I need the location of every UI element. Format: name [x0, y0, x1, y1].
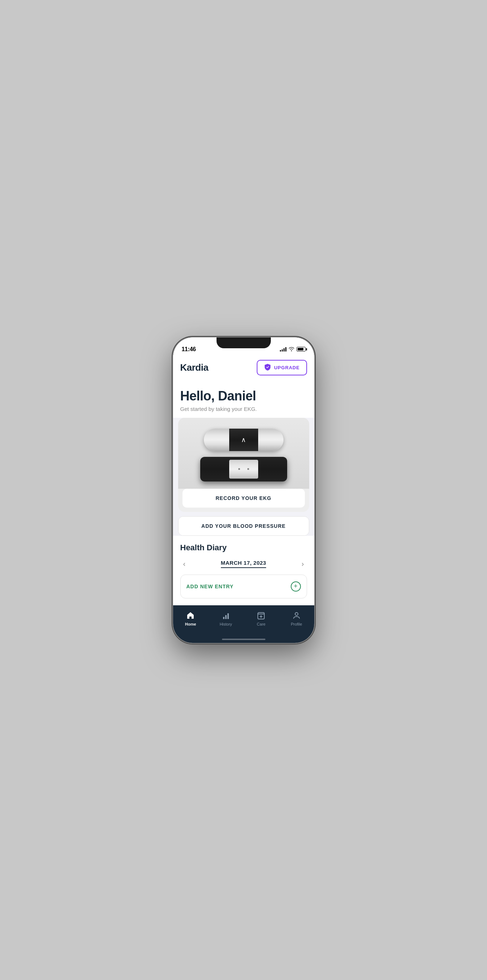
ekg-card: ∧ [178, 418, 309, 512]
app-header: Kardia UPGRADE [173, 355, 314, 381]
date-label: MARCH 17, 2023 [221, 560, 266, 568]
nav-label-home: Home [185, 622, 196, 626]
record-ekg-button[interactable]: RECORD YOUR EKG [183, 489, 305, 508]
svg-point-7 [295, 612, 298, 616]
nav-item-home[interactable]: Home [173, 609, 208, 628]
add-blood-pressure-button[interactable]: ADD YOUR BLOOD PRESSURE [178, 517, 309, 535]
greeting-subtitle: Get started by taking your EKG. [180, 406, 307, 412]
svg-rect-2 [228, 613, 229, 619]
svg-rect-1 [225, 615, 227, 619]
home-indicator-bar [222, 639, 266, 640]
screen: 11:46 Kard [173, 337, 314, 643]
home-indicator [173, 636, 314, 643]
date-prev-button[interactable]: ‹ [180, 558, 189, 570]
care-icon [257, 610, 266, 620]
upgrade-button[interactable]: UPGRADE [257, 360, 307, 375]
add-entry-button[interactable]: ADD NEW ENTRY + [180, 574, 307, 598]
history-icon [221, 610, 230, 620]
date-navigator: ‹ MARCH 17, 2023 › [180, 558, 307, 570]
kardia-device-2 [200, 457, 287, 482]
main-content: Kardia UPGRADE Hello, Daniel Get started… [173, 355, 314, 605]
svg-rect-0 [223, 617, 224, 619]
nav-item-care[interactable]: Care [244, 609, 279, 628]
device-2-body [200, 457, 287, 482]
greeting-section: Hello, Daniel Get started by taking your… [173, 381, 314, 418]
kardia-device-1: ∧ [204, 429, 283, 451]
shield-icon [264, 363, 271, 372]
battery-icon [296, 347, 306, 352]
status-icons [280, 346, 306, 353]
profile-icon [292, 610, 301, 620]
upgrade-button-label: UPGRADE [274, 365, 300, 370]
device-2-dots [238, 468, 249, 470]
date-next-button[interactable]: › [299, 558, 307, 570]
home-icon [186, 610, 195, 620]
bottom-nav: Home History [173, 605, 314, 636]
blood-pressure-card: ADD YOUR BLOOD PRESSURE [178, 516, 309, 536]
notch [216, 337, 271, 348]
nav-label-care: Care [257, 622, 266, 626]
device-logo-1: ∧ [241, 436, 246, 444]
device-1-body: ∧ [204, 429, 283, 451]
nav-item-profile[interactable]: Profile [279, 609, 314, 628]
device-2-center [229, 460, 258, 479]
nav-item-history[interactable]: History [208, 609, 244, 628]
nav-label-profile: Profile [291, 622, 302, 626]
gray-section: ∧ [173, 418, 314, 536]
status-time: 11:46 [182, 346, 196, 353]
health-diary-section: Health Diary ‹ MARCH 17, 2023 › ADD NEW … [173, 543, 314, 605]
greeting-title: Hello, Daniel [180, 388, 307, 404]
signal-bars-icon [280, 347, 286, 352]
device-1-center: ∧ [229, 429, 258, 451]
nav-label-history: History [220, 622, 232, 626]
wifi-icon [288, 346, 294, 353]
phone-frame: 11:46 Kard [173, 337, 314, 643]
app-title: Kardia [180, 362, 208, 373]
health-diary-title: Health Diary [180, 543, 307, 552]
add-entry-label: ADD NEW ENTRY [186, 584, 234, 589]
ekg-device-container: ∧ [178, 418, 309, 489]
add-entry-plus-icon: + [291, 581, 301, 592]
